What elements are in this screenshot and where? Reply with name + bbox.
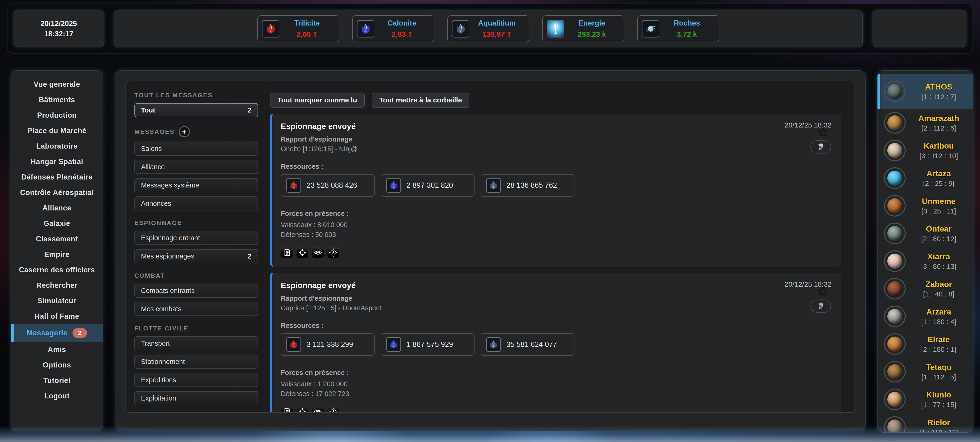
resource-name: Roches bbox=[659, 19, 715, 27]
target-button[interactable] bbox=[296, 406, 309, 413]
sidebar-item-empire[interactable]: Empire bbox=[11, 247, 103, 262]
category-alliance[interactable]: Alliance bbox=[134, 160, 258, 174]
planet-item-elrate[interactable]: Elrate [2 : 180 : 1] bbox=[878, 330, 973, 358]
message-resources: 23 528 088 426 2 897 301 820 28 136 865 … bbox=[281, 174, 832, 196]
ship-crosshair-icon bbox=[329, 248, 338, 257]
category-messages-systeme[interactable]: Messages système bbox=[134, 178, 258, 192]
trash-all-button[interactable]: Tout mettre à la corbeille bbox=[372, 93, 469, 108]
sidebar-item-laboratoire[interactable]: Laboratoire bbox=[11, 138, 103, 154]
spy-again-button[interactable] bbox=[312, 247, 324, 259]
planet-coords: [1 : 112 : 5] bbox=[907, 373, 971, 381]
category-count: 2 bbox=[248, 252, 251, 260]
category-label: Annonces bbox=[141, 200, 171, 208]
category-label: Salons bbox=[141, 145, 162, 152]
trilicite-crystal-icon bbox=[286, 178, 301, 193]
resource-value: 130,87 T bbox=[469, 30, 525, 39]
sidebar-item-batiments[interactable]: Bâtiments bbox=[11, 92, 103, 108]
category-exploitation[interactable]: Exploitation bbox=[134, 391, 258, 405]
resource-energie: Energie 293,23 k bbox=[542, 15, 624, 43]
sidebar-item-alliance[interactable]: Alliance bbox=[11, 200, 103, 216]
sidebar-item-logout[interactable]: Logout bbox=[11, 388, 103, 404]
sidebar-item-label: Messagerie bbox=[27, 329, 68, 337]
resource-amount-trilicite: 23 528 088 426 bbox=[281, 174, 375, 196]
planet-item-rielor[interactable]: Rielor [1 : 110 : 15] bbox=[878, 413, 973, 432]
message-toolbar: Tout marquer comme lu Tout mettre à la c… bbox=[270, 93, 842, 108]
sidebar-item-place-du-marche[interactable]: Place du Marché bbox=[11, 123, 103, 138]
section-header-flotte-civile: FLOTTE CIVILE bbox=[134, 325, 258, 332]
category-mes-espionnages[interactable]: Mes espionnages 2 bbox=[134, 249, 258, 263]
sidebar-item-amis[interactable]: Amis bbox=[11, 342, 103, 357]
resource-trilicite: Trilicite 2,66 T bbox=[257, 15, 339, 43]
planet-item-karibou[interactable]: Karibou [3 : 112 : 10] bbox=[878, 137, 973, 164]
planet-icon bbox=[884, 195, 906, 217]
sidebar-item-simulateur[interactable]: Simulateur bbox=[11, 293, 103, 309]
category-espionnage-entrant[interactable]: Espionnage entrant bbox=[134, 231, 258, 245]
attack-button[interactable] bbox=[327, 406, 339, 413]
category-count: 2 bbox=[248, 106, 251, 114]
defenses-count: Défenses : 50 003 bbox=[281, 230, 832, 239]
section-header-tout-les-messages: TOUT LES MESSAGES bbox=[134, 92, 258, 99]
category-combats-entrants[interactable]: Combats entrants bbox=[134, 284, 258, 298]
category-stationnement[interactable]: Stationnement bbox=[134, 355, 258, 369]
message-categories: TOUT LES MESSAGES Tout 2 MESSAGES + Salo… bbox=[126, 81, 265, 412]
planet-item-tetaqu[interactable]: Tetaqu [1 : 112 : 5] bbox=[878, 358, 973, 385]
resource-name: Calonite bbox=[374, 19, 430, 27]
sidebar-item-hangar-spatial[interactable]: Hangar Spatial bbox=[11, 154, 103, 170]
planet-item-arzara[interactable]: Arzara [1 : 180 : 4] bbox=[878, 303, 973, 330]
sidebar-item-controle-aerospatial[interactable]: Contrôle Aérospatial bbox=[11, 185, 103, 200]
category-mes-combats[interactable]: Mes combats bbox=[134, 302, 258, 316]
sidebar-item-rechercher[interactable]: Rechercher bbox=[11, 278, 103, 293]
planet-item-artaza[interactable]: Artaza [2 : 25 : 9] bbox=[878, 164, 973, 192]
delete-message-button[interactable] bbox=[810, 140, 831, 154]
planet-item-unmeme[interactable]: Unmeme [3 : 25 : 11] bbox=[878, 192, 973, 220]
sidebar-item-messagerie[interactable]: Messagerie 2 bbox=[11, 324, 103, 342]
sidebar-item-tutoriel[interactable]: Tutoriel bbox=[11, 373, 103, 388]
category-transport[interactable]: Transport bbox=[134, 336, 258, 350]
sidebar-item-vue-generale[interactable]: Vue generale bbox=[11, 77, 103, 92]
sidebar-item-caserne-des-officiers[interactable]: Caserne des officiers bbox=[11, 262, 103, 278]
delete-message-button[interactable] bbox=[810, 299, 831, 313]
category-expeditions[interactable]: Expéditions bbox=[134, 373, 258, 387]
category-salons[interactable]: Salons bbox=[134, 141, 258, 155]
favorite-star-button[interactable] bbox=[818, 286, 828, 297]
planet-item-zabaor[interactable]: Zabaor [1 : 40 : 8] bbox=[878, 275, 973, 303]
planet-icon bbox=[884, 167, 906, 189]
planet-name: Ontear bbox=[907, 224, 971, 233]
category-annonces[interactable]: Annonces bbox=[134, 196, 258, 211]
planet-item-amarazath[interactable]: Amarazath [2 : 112 : 6] bbox=[878, 109, 973, 137]
category-label: Mes espionnages bbox=[141, 252, 194, 260]
datetime-box: 20/12/2025 18:32:17 bbox=[14, 11, 104, 47]
spy-again-button[interactable] bbox=[312, 406, 324, 413]
category-tout[interactable]: Tout 2 bbox=[134, 103, 258, 117]
message-report-label: Rapport d'espionnage bbox=[281, 135, 832, 143]
planet-coords: [1 : 110 : 15] bbox=[907, 428, 971, 433]
attack-button[interactable] bbox=[327, 247, 339, 259]
sidebar-item-galaxie[interactable]: Galaxie bbox=[11, 216, 103, 231]
planet-name: Tetaqu bbox=[907, 363, 971, 372]
planet-name: Arzara bbox=[907, 307, 971, 316]
resource-name: Aqualitium bbox=[469, 19, 525, 27]
planet-icon bbox=[884, 306, 906, 327]
view-report-button[interactable] bbox=[281, 406, 293, 413]
sidebar-item-options[interactable]: Options bbox=[11, 357, 103, 373]
planet-coords: [1 : 112 : 7] bbox=[907, 93, 971, 101]
forces-label: Forces en présence : bbox=[281, 210, 832, 217]
view-report-button[interactable] bbox=[281, 247, 293, 259]
add-channel-button[interactable]: + bbox=[179, 126, 190, 137]
planet-name: Amarazath bbox=[907, 114, 971, 123]
message-report-label: Rapport d'espionnage bbox=[281, 295, 832, 302]
message-card: Espionnage envoyé 20/12/25 18:32 Rapport… bbox=[270, 273, 842, 413]
planet-item-athos[interactable]: ATHOS [1 : 112 : 7] bbox=[878, 74, 973, 109]
planet-item-xiarra[interactable]: Xiarra [3 : 80 : 13] bbox=[878, 247, 973, 275]
sidebar-item-production[interactable]: Production bbox=[11, 108, 103, 123]
mark-all-read-button[interactable]: Tout marquer comme lu bbox=[270, 93, 365, 108]
planet-item-kiunlo[interactable]: Kiunlo [1 : 77 : 15] bbox=[878, 385, 973, 413]
favorite-star-button[interactable] bbox=[818, 127, 828, 138]
sidebar-item-defenses-planetaire[interactable]: Défenses Planétaire bbox=[11, 170, 103, 185]
planet-coords: [2 : 80 : 12] bbox=[907, 235, 971, 243]
target-button[interactable] bbox=[296, 247, 309, 259]
planet-item-ontear[interactable]: Ontear [2 : 80 : 12] bbox=[878, 220, 973, 247]
sidebar-item-classement[interactable]: Classement bbox=[11, 231, 103, 247]
sidebar-item-hall-of-fame[interactable]: Hall of Fame bbox=[11, 309, 103, 324]
resource-aqualitium: Aqualitium 130,87 T bbox=[447, 15, 530, 43]
